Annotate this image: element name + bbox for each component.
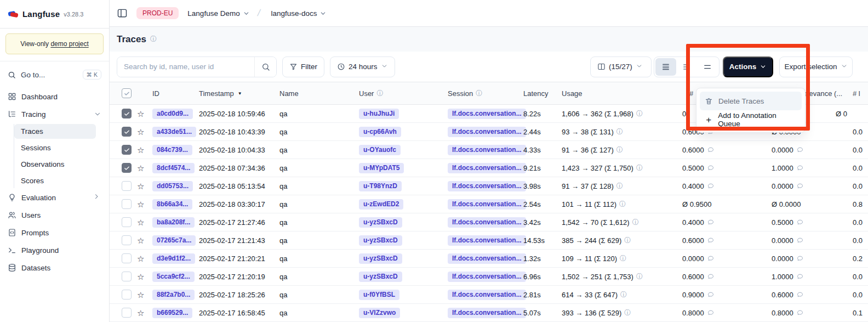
bookmark-star-icon[interactable]: ☆ <box>137 273 144 281</box>
user-badge[interactable]: u-cp66Avh <box>359 127 401 137</box>
trace-id-badge[interactable]: d3e9d1f2... <box>152 253 195 264</box>
table-row[interactable]: ☆8dcf4574...2025-02-18 07:34:36qau-MYpDA… <box>110 159 868 177</box>
filter-button[interactable]: Filter <box>282 57 324 77</box>
table-row[interactable]: ☆8b66a34...2025-02-18 03:30:17qau-zEwdED… <box>110 195 868 213</box>
sidebar-item-traces[interactable]: Traces <box>14 124 96 139</box>
row-checkbox[interactable] <box>122 109 132 118</box>
sidebar-item-scores[interactable]: Scores <box>14 173 96 188</box>
table-row[interactable]: ☆5cca9cf2...2025-02-17 21:20:19qau-yzSBx… <box>110 268 868 286</box>
sidebar-item-prompts[interactable]: Prompts <box>4 225 105 240</box>
table-row[interactable]: ☆dd05753...2025-02-18 05:13:54qau-T98Ynz… <box>110 177 868 195</box>
user-badge[interactable]: u-yzSBxcD <box>359 253 402 264</box>
sidebar-toggle-icon[interactable] <box>117 8 128 19</box>
bookmark-star-icon[interactable]: ☆ <box>137 128 144 136</box>
session-badge[interactable]: lf.docs.conversation... <box>448 181 526 191</box>
row-checkbox[interactable] <box>122 163 132 173</box>
session-badge[interactable]: lf.docs.conversation... <box>448 199 526 210</box>
bookmark-star-icon[interactable]: ☆ <box>137 182 144 190</box>
trace-id-badge[interactable]: 8b66a34... <box>152 199 192 210</box>
row-checkbox[interactable] <box>122 127 132 137</box>
row-height-large-button[interactable] <box>697 58 718 76</box>
trace-id-badge[interactable]: 88f2a7b0... <box>152 290 195 300</box>
table-row[interactable]: ☆ba8a208f...2025-02-17 21:27:46qau-yzSBx… <box>110 213 868 231</box>
user-badge[interactable]: u-f0YfBSL <box>359 290 399 300</box>
row-checkbox[interactable] <box>122 235 132 245</box>
session-badge[interactable]: lf.docs.conversation... <box>448 217 526 228</box>
bookmark-star-icon[interactable]: ☆ <box>137 110 144 118</box>
row-checkbox[interactable] <box>122 145 132 155</box>
search-input[interactable] <box>117 57 254 77</box>
session-badge[interactable]: lf.docs.conversation... <box>448 235 526 246</box>
column-header-timestamp[interactable]: Timestamp ▼ <box>197 89 277 98</box>
row-checkbox[interactable] <box>122 290 132 300</box>
user-badge[interactable]: u-yzSBxcD <box>359 272 402 282</box>
time-range-button[interactable]: 24 hours <box>330 57 395 77</box>
bookmark-star-icon[interactable]: ☆ <box>137 236 144 245</box>
user-badge[interactable]: u-zEwdED2 <box>359 199 403 210</box>
row-height-medium-button[interactable] <box>676 58 697 76</box>
sidebar-item-dashboard[interactable]: Dashboard <box>4 89 105 104</box>
select-all-checkbox[interactable] <box>122 88 132 98</box>
row-checkbox[interactable] <box>122 272 132 281</box>
trace-id-badge[interactable]: 084c739... <box>152 145 192 155</box>
export-selection-button[interactable]: Export selection <box>779 57 853 77</box>
sidebar-item-users[interactable]: Users <box>4 207 105 223</box>
user-badge[interactable]: u-yzSBxcD <box>359 235 402 246</box>
user-badge[interactable]: u-MYpDAT5 <box>359 163 404 173</box>
table-row[interactable]: ☆88f2a7b0...2025-02-17 18:25:26qau-f0YfB… <box>110 286 868 304</box>
user-badge[interactable]: u-yzSBxcD <box>359 217 402 228</box>
row-checkbox[interactable] <box>122 253 132 263</box>
actions-button[interactable]: Actions <box>723 57 773 77</box>
row-height-small-button[interactable] <box>655 58 676 76</box>
session-badge[interactable]: lf.docs.conversation... <box>448 127 526 137</box>
session-badge[interactable]: lf.docs.conversation... <box>448 145 526 155</box>
trace-id-badge[interactable]: dd05753... <box>152 181 193 191</box>
column-visibility-button[interactable]: (15/27) <box>590 57 652 77</box>
user-badge[interactable]: u-OYauofc <box>359 145 401 155</box>
sidebar-item-observations[interactable]: Observations <box>14 157 96 172</box>
user-badge[interactable]: u-T98YnzD <box>359 181 402 191</box>
menu-item-add-to-annotation-queue[interactable]: + Add to Annotation Queue <box>700 110 802 129</box>
bookmark-star-icon[interactable]: ☆ <box>137 291 144 299</box>
sidebar-item-tracing[interactable]: Tracing <box>4 106 105 122</box>
trace-id-badge[interactable]: ba8a208f... <box>152 217 195 228</box>
trace-id-badge[interactable]: a0cd0d9... <box>152 109 193 119</box>
org-selector[interactable]: Langfuse Demo <box>187 9 249 18</box>
bookmark-star-icon[interactable]: ☆ <box>137 200 144 208</box>
user-badge[interactable]: u-huJhuJi <box>359 109 399 119</box>
row-checkbox[interactable] <box>122 181 132 191</box>
user-badge[interactable]: u-VIZzvwo <box>359 308 400 318</box>
session-badge[interactable]: lf.docs.conversation... <box>448 290 526 300</box>
sidebar-item-evaluation[interactable]: Evaluation <box>4 190 105 205</box>
row-checkbox[interactable] <box>122 308 132 318</box>
row-checkbox[interactable] <box>122 217 132 227</box>
trace-id-badge[interactable]: 07265c7a... <box>152 235 196 246</box>
search-icon-button[interactable] <box>254 57 276 77</box>
table-row[interactable]: ☆d3e9d1f2...2025-02-17 21:20:21qau-yzSBx… <box>110 250 868 268</box>
trace-id-badge[interactable]: 8dcf4574... <box>152 163 195 173</box>
session-badge[interactable]: lf.docs.conversation... <box>448 109 526 119</box>
bookmark-star-icon[interactable]: ☆ <box>137 255 144 263</box>
sidebar-item-playground[interactable]: Playground <box>4 242 105 258</box>
demo-project-link[interactable]: demo project <box>50 40 88 48</box>
session-badge[interactable]: lf.docs.conversation... <box>448 163 526 173</box>
project-selector[interactable]: langfuse-docs <box>271 9 327 18</box>
sidebar-item-sessions[interactable]: Sessions <box>14 140 96 155</box>
bookmark-star-icon[interactable]: ☆ <box>137 309 144 317</box>
bookmark-star-icon[interactable]: ☆ <box>137 218 144 227</box>
bookmark-star-icon[interactable]: ☆ <box>137 164 144 172</box>
bookmark-star-icon[interactable]: ☆ <box>137 146 144 154</box>
session-badge[interactable]: lf.docs.conversation... <box>448 308 526 318</box>
row-checkbox[interactable] <box>122 199 132 209</box>
sidebar-item-datasets[interactable]: Datasets <box>4 260 105 275</box>
trace-id-badge[interactable]: b669529... <box>152 308 192 318</box>
trace-id-badge[interactable]: 5cca9cf2... <box>152 272 195 282</box>
table-row[interactable]: ☆084c739...2025-02-18 10:04:33qau-OYauof… <box>110 141 868 159</box>
goto-search[interactable]: Go to... ⌘ K <box>0 65 109 84</box>
trace-id-badge[interactable]: a433de51... <box>152 127 196 137</box>
table-row[interactable]: ☆07265c7a...2025-02-17 21:21:43qau-yzSBx… <box>110 231 868 250</box>
table-row[interactable]: ☆b669529...2025-02-17 16:58:45qau-VIZzvw… <box>110 304 868 322</box>
session-badge[interactable]: lf.docs.conversation... <box>448 272 526 282</box>
menu-item-delete-traces[interactable]: Delete Traces <box>700 92 802 110</box>
session-badge[interactable]: lf.docs.conversation... <box>448 253 526 264</box>
